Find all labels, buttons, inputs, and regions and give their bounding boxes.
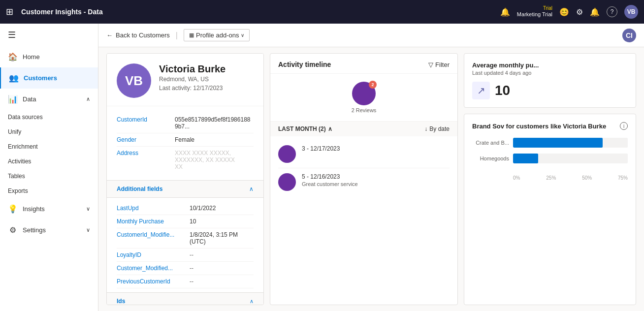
address-label: Address <box>117 150 171 170</box>
trend-icon: ↗ <box>477 85 485 96</box>
info-icon[interactable]: i <box>620 122 628 130</box>
sidebar-item-tables[interactable]: Tables <box>0 169 98 184</box>
loyaltyid-value: -- <box>190 251 193 258</box>
entry-sub-2: Great customer service <box>302 181 450 187</box>
additional-fields-toggle[interactable]: Additional fields ∧ <box>107 180 263 198</box>
insights-chevron-icon: ∨ <box>86 206 90 212</box>
trial-info: Trial Marketing Trial <box>517 5 552 18</box>
activity-period-bar: LAST MONTH (2) ∧ ↓ By date <box>270 122 457 136</box>
filter-button[interactable]: ▽ Filter <box>428 61 450 68</box>
metric-value: 10 <box>495 83 510 98</box>
sort-label: By date <box>429 125 450 132</box>
additional-fields-label: Additional fields <box>117 186 162 192</box>
sidebar-item-customers[interactable]: 👥 Customers <box>0 67 98 89</box>
customer-last-activity: Last activity: 12/17/2023 <box>159 85 225 92</box>
customerid-modified-value: 1/8/2024, 3:15 PM (UTC) <box>190 231 254 245</box>
additional-fields-section: LastUpd 10/1/2022 Monthly Purchase 10 Cu… <box>107 198 263 292</box>
brand-chart: Crate and B... Homegoods <box>472 138 628 173</box>
bar-fill-crate <box>513 138 603 148</box>
metric-subtitle: Last updated 4 days ago <box>472 70 628 76</box>
user-avatar[interactable]: VB <box>624 5 638 19</box>
entry-content-1: 3 - 12/17/2023 <box>302 145 450 152</box>
unify-label: Unify <box>8 128 21 135</box>
lastupd-value: 10/1/2022 <box>190 205 216 212</box>
sidebar-data-children: Data sources Unify Enrichment Activities… <box>0 110 98 198</box>
customerid-label: CustomerId <box>117 116 171 130</box>
sidebar-item-activities[interactable]: Activities <box>0 154 98 169</box>
topnav-right: 🔔 Trial Marketing Trial 😊 ⚙ 🔔 ? VB <box>500 5 638 19</box>
activities-label: Activities <box>8 158 31 165</box>
period-label: LAST MONTH (2) ∧ <box>278 125 332 132</box>
period-chevron: ∧ <box>328 125 332 132</box>
add-field-customer-modified: Customer_Modified... -- <box>117 262 254 275</box>
sidebar-item-home[interactable]: 🏠 Home <box>0 46 98 67</box>
customer-card: VB Victoria Burke Redmond, WA, US Last a… <box>106 53 264 305</box>
entry-content-2: 5 - 12/16/2023 Great customer service <box>302 173 450 187</box>
bar-label-homegoods: Homegoods <box>472 156 509 161</box>
entry-dot-1 <box>278 145 296 163</box>
activity-panel: Activity timeline ▽ Filter 2 2 Reviews <box>270 53 458 305</box>
trial-name: Marketing Trial <box>517 11 552 18</box>
bar-row-crate: Crate and B... <box>472 138 628 148</box>
ids-toggle[interactable]: Ids ∧ <box>107 292 263 305</box>
ids-chevron-icon: ∧ <box>250 298 254 305</box>
field-row-customerid: CustomerId 055e8517899d5ef8f19861889b7..… <box>117 113 254 133</box>
sidebar-item-exports[interactable]: Exports <box>0 184 98 198</box>
customer-header: VB Victoria Burke Redmond, WA, US Last a… <box>107 54 263 106</box>
customer-location: Redmond, WA, US <box>159 76 225 83</box>
loyaltyid-label: LoyaltyID <box>117 251 186 258</box>
hamburger-menu[interactable]: ☰ <box>0 24 98 46</box>
entry-dot-2 <box>278 173 296 191</box>
customerid-modified-label: CustomerId_Modifie... <box>117 231 186 245</box>
activity-entry-1: 3 - 12/17/2023 <box>278 140 450 168</box>
help-icon[interactable]: ? <box>607 6 617 17</box>
period-text: LAST MONTH (2) <box>278 125 326 132</box>
app-title: Customer Insights - Data <box>21 8 495 16</box>
sidebar-item-data-sources[interactable]: Data sources <box>0 110 98 124</box>
content-area: ← Back to Customers | ▦ Profile add-ons … <box>98 24 644 311</box>
back-to-customers-button[interactable]: ← Back to Customers <box>106 31 170 39</box>
filter-icon: ▽ <box>428 61 433 68</box>
customers-icon: 👥 <box>9 73 19 83</box>
monthly-purchase-label: Monthly Purchase <box>117 218 186 225</box>
add-field-monthly-purchase: Monthly Purchase 10 <box>117 215 254 228</box>
sidebar-insights-label: Insights <box>23 205 45 213</box>
customer-avatar: VB <box>117 63 151 98</box>
notification-icon[interactable]: 🔔 <box>500 7 510 17</box>
brand-sov-card: Brand Sov for customers like Victoria Bu… <box>464 114 636 305</box>
sidebar-item-settings[interactable]: ⚙ Settings ∨ <box>0 219 98 241</box>
customer-info: Victoria Burke Redmond, WA, US Last acti… <box>159 63 225 92</box>
add-field-customerid-modified: CustomerId_Modifie... 1/8/2024, 3:15 PM … <box>117 228 254 249</box>
sort-icon: ↓ <box>424 125 427 132</box>
brand-card-title: Brand Sov for customers like Victoria Bu… <box>472 123 606 130</box>
axis-75: 75% <box>618 175 628 181</box>
metric-icon: ↗ <box>472 82 490 99</box>
activity-entry-2: 5 - 12/16/2023 Great customer service <box>278 168 450 196</box>
sidebar-customers-label: Customers <box>24 74 57 82</box>
sidebar-item-unify[interactable]: Unify <box>0 124 98 139</box>
bell-icon[interactable]: 🔔 <box>590 7 600 17</box>
profile-addons-button[interactable]: ▦ Profile add-ons ∨ <box>184 29 250 41</box>
smile-icon[interactable]: 😊 <box>559 7 569 17</box>
sidebar-data-label: Data <box>23 95 36 103</box>
sidebar-item-enrichment[interactable]: Enrichment <box>0 139 98 154</box>
reviews-label: 2 Reviews <box>352 107 377 113</box>
monthly-purchase-value: 10 <box>190 218 196 225</box>
activity-title: Activity timeline <box>278 61 331 68</box>
settings-icon[interactable]: ⚙ <box>576 7 583 17</box>
insights-icon: 💡 <box>8 204 18 214</box>
bar-fill-homegoods <box>513 154 538 163</box>
sidebar-item-data[interactable]: 📊 Data ∧ <box>0 89 98 110</box>
previous-customerid-label: PreviousCustomerId <box>117 278 186 285</box>
top-navigation: ⊞ Customer Insights - Data 🔔 Trial Marke… <box>0 0 644 24</box>
add-field-loyaltyid: LoyaltyID -- <box>117 249 254 262</box>
sort-button[interactable]: ↓ By date <box>424 125 450 132</box>
sidebar-item-insights[interactable]: 💡 Insights ∨ <box>0 198 98 219</box>
exports-label: Exports <box>8 187 28 194</box>
breadcrumb-divider: | <box>176 31 178 40</box>
grid-icon[interactable]: ⊞ <box>6 6 13 17</box>
profile-addons-label: Profile add-ons <box>196 31 239 39</box>
metric-value-row: ↗ 10 <box>472 82 628 99</box>
enrichment-label: Enrichment <box>8 143 38 150</box>
axis-0: 0% <box>513 175 520 181</box>
